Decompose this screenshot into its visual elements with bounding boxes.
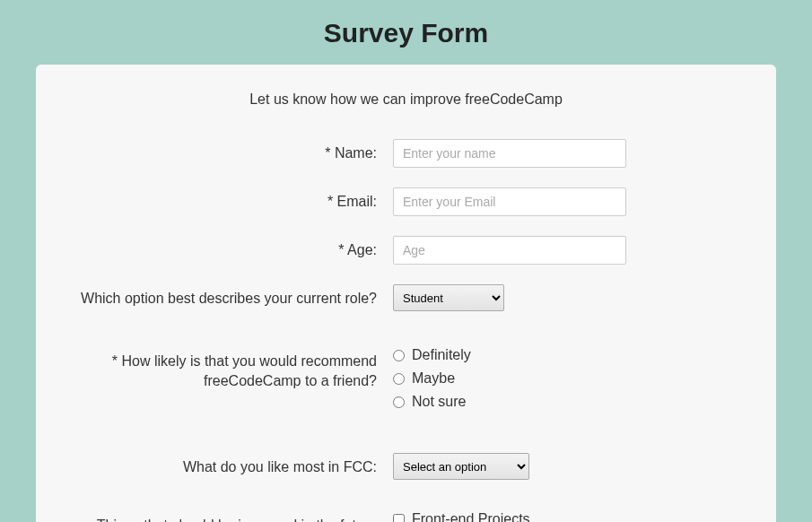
- role-select[interactable]: Student: [393, 284, 504, 311]
- name-input[interactable]: [393, 139, 626, 168]
- recommend-text-definitely: Definitely: [412, 347, 471, 363]
- email-label: * Email:: [81, 187, 393, 212]
- age-row: * Age:: [81, 236, 731, 265]
- role-row: Which option best describes your current…: [81, 284, 731, 311]
- age-label: * Age:: [81, 236, 393, 260]
- recommend-radio-maybe[interactable]: [393, 373, 405, 385]
- age-input[interactable]: [393, 236, 626, 265]
- name-label: * Name:: [81, 139, 393, 163]
- recommend-text-notsure: Not sure: [412, 394, 466, 410]
- recommend-radio-definitely[interactable]: [393, 350, 405, 361]
- recommend-label: * How likely is that you would recommend…: [81, 347, 393, 390]
- improve-text-frontend: Front-end Projects: [412, 511, 530, 522]
- recommend-option-notsure: Not sure: [393, 394, 731, 410]
- email-input[interactable]: [393, 187, 626, 216]
- improve-label: Things that should be improved in the fu…: [81, 511, 393, 522]
- recommend-option-definitely: Definitely: [393, 347, 731, 363]
- page-title: Survey Form: [0, 0, 812, 65]
- like-row: What do you like most in FCC: Select an …: [81, 453, 731, 480]
- recommend-option-maybe: Maybe: [393, 370, 731, 387]
- name-row: * Name:: [81, 139, 731, 168]
- recommend-text-maybe: Maybe: [412, 370, 455, 387]
- recommend-radio-notsure[interactable]: [393, 396, 405, 408]
- like-label: What do you like most in FCC:: [81, 453, 393, 477]
- like-select[interactable]: Select an option: [393, 453, 529, 480]
- survey-form-card: Let us know how we can improve freeCodeC…: [36, 65, 776, 522]
- improve-option-frontend: Front-end Projects: [393, 511, 731, 522]
- recommend-row: * How likely is that you would recommend…: [81, 347, 731, 417]
- role-label: Which option best describes your current…: [81, 284, 393, 309]
- form-subtitle: Let us know how we can improve freeCodeC…: [81, 91, 731, 108]
- improve-row: Things that should be improved in the fu…: [81, 511, 731, 522]
- improve-check-frontend[interactable]: [393, 514, 405, 523]
- email-row: * Email:: [81, 187, 731, 216]
